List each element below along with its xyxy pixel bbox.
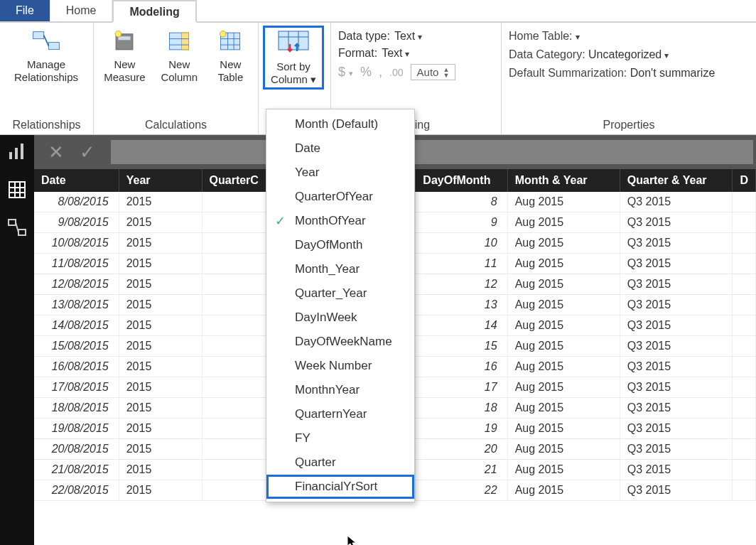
col-quarteryear[interactable]: Quarter & Year: [620, 169, 733, 192]
sort-by-column-highlight: Sort by Column ▾: [263, 26, 324, 90]
default-summarization-dropdown[interactable]: Default Summarization: Don't summarize: [509, 67, 749, 80]
sort-menu-item[interactable]: DayOfMonth: [266, 233, 414, 257]
sort-menu-item[interactable]: Week Number: [266, 354, 414, 378]
col-monthyear[interactable]: Month & Year: [507, 169, 620, 192]
sort-menu-item[interactable]: QuarterOfYear: [266, 185, 414, 209]
manage-relationships-label: Manage Relationships: [14, 58, 78, 84]
format-dropdown[interactable]: Format: Text: [338, 47, 494, 60]
decimal-places-value: Auto: [417, 66, 439, 78]
new-measure-button[interactable]: New Measure: [101, 27, 148, 84]
cell-quarteryear: Q3 2015: [620, 295, 733, 315]
cell-year: 2015: [119, 357, 202, 377]
cell-year: 2015: [119, 315, 202, 336]
svg-line-2: [44, 36, 49, 46]
cell-d: [733, 460, 756, 480]
sort-menu-item[interactable]: FY: [266, 426, 414, 450]
cancel-formula-button[interactable]: ✕: [48, 141, 64, 163]
group-relationships-label: Relationships: [7, 116, 86, 131]
decimal-button[interactable]: .00: [389, 67, 403, 78]
cell-quarteryear: Q3 2015: [620, 460, 733, 480]
cell-monthyear: Aug 2015: [507, 315, 620, 336]
sort-menu-item[interactable]: FinancialYrSort: [266, 475, 414, 499]
cell-quarteryear: Q3 2015: [620, 480, 733, 501]
sort-menu-item[interactable]: DayInWeek: [266, 306, 414, 330]
sort-menu-item[interactable]: Month_Year: [266, 257, 414, 281]
sort-menu-item-label: Quarter: [295, 455, 336, 470]
cell-d: [733, 398, 756, 419]
sort-menu-item[interactable]: Date: [266, 136, 414, 161]
thousands-button[interactable]: ,: [379, 65, 382, 80]
sort-menu-item[interactable]: Month (Default): [266, 112, 414, 136]
group-calculations-label: Calculations: [101, 116, 251, 131]
cell-monthyear: Aug 2015: [507, 439, 620, 460]
home-table-value: [576, 30, 580, 42]
svg-rect-29: [18, 230, 26, 235]
report-view-button[interactable]: [8, 142, 26, 163]
cell-year: 2015: [119, 295, 202, 315]
sort-by-column-menu: Month (Default)DateYearQuarterOfYear✓Mon…: [266, 109, 415, 502]
cell-dayofmonth: 12: [416, 274, 507, 295]
data-category-dropdown[interactable]: Data Category: Uncategorized: [509, 48, 749, 61]
cell-d: [733, 336, 756, 357]
cell-dayofmonth: 17: [416, 377, 507, 398]
format-value: Text: [382, 47, 409, 60]
cell-date: 13/08/2015: [34, 295, 119, 315]
sort-by-column-button[interactable]: Sort by Column ▾: [266, 29, 320, 86]
cell-quarterc: [202, 419, 266, 439]
cell-date: 16/08/2015: [34, 357, 119, 377]
sort-menu-item[interactable]: Year: [266, 161, 414, 185]
formula-input[interactable]: [111, 140, 753, 164]
sort-menu-item[interactable]: ✓MonthOfYear: [266, 209, 414, 233]
cell-date: 18/08/2015: [34, 398, 119, 419]
sort-icon: [276, 29, 310, 58]
tab-modeling[interactable]: Modeling: [112, 0, 196, 23]
svg-rect-20: [9, 152, 12, 159]
col-date[interactable]: Date: [34, 169, 119, 192]
stepper-icon: ▲▼: [443, 67, 449, 78]
cell-dayofmonth: 20: [416, 439, 507, 460]
sort-menu-item[interactable]: QuarternYear: [266, 402, 414, 426]
col-dayofmonth[interactable]: DayOfMonth: [416, 169, 507, 192]
cell-quarteryear: Q3 2015: [620, 398, 733, 419]
sort-menu-item[interactable]: Quarter_Year: [266, 281, 414, 306]
sort-menu-item[interactable]: DayOfWeekName: [266, 330, 414, 354]
default-summarization-label: Default Summarization:: [509, 67, 627, 79]
cell-dayofmonth: 14: [416, 315, 507, 336]
cell-dayofmonth: 21: [416, 460, 507, 480]
cell-quarterc: [202, 192, 266, 212]
home-table-label: Home Table:: [509, 30, 573, 42]
percent-button[interactable]: %: [360, 65, 372, 80]
data-type-dropdown[interactable]: Data type: Text: [338, 30, 494, 43]
col-quarterc[interactable]: QuarterC: [202, 169, 266, 192]
sort-menu-item[interactable]: Quarter: [266, 450, 414, 475]
cell-monthyear: Aug 2015: [507, 398, 620, 419]
decimal-places-input[interactable]: Auto ▲▼: [411, 64, 456, 80]
manage-relationships-button[interactable]: Manage Relationships: [7, 27, 85, 84]
tab-strip: File Home Modeling: [0, 0, 756, 23]
sort-by-column-label: Sort by Column ▾: [271, 60, 316, 86]
new-table-button[interactable]: New Table: [210, 27, 251, 84]
cell-date: 21/08/2015: [34, 460, 119, 480]
cell-quarterc: [202, 377, 266, 398]
table-icon: [213, 27, 247, 55]
sort-menu-item-label: MonthnYear: [295, 383, 360, 397]
group-calculations: New Measure New Column New Table Calcula…: [94, 23, 259, 134]
model-view-button[interactable]: [8, 219, 26, 240]
home-table-dropdown[interactable]: Home Table:: [509, 30, 749, 43]
data-view-button[interactable]: [8, 180, 26, 202]
col-year[interactable]: Year: [119, 169, 202, 192]
new-column-button[interactable]: New Column: [157, 27, 202, 84]
cell-monthyear: Aug 2015: [507, 377, 620, 398]
svg-rect-4: [119, 36, 131, 40]
cell-dayofmonth: 8: [416, 192, 507, 212]
cell-d: [733, 377, 756, 398]
currency-button[interactable]: $ ▾: [338, 65, 353, 80]
tab-home[interactable]: Home: [50, 0, 113, 21]
cell-quarterc: [202, 357, 266, 377]
col-d[interactable]: D: [733, 169, 756, 192]
cell-d: [733, 295, 756, 315]
tab-file[interactable]: File: [0, 0, 50, 21]
sort-menu-item[interactable]: MonthnYear: [266, 378, 414, 402]
commit-formula-button[interactable]: ✓: [80, 141, 95, 163]
mouse-cursor-icon: [347, 535, 358, 545]
